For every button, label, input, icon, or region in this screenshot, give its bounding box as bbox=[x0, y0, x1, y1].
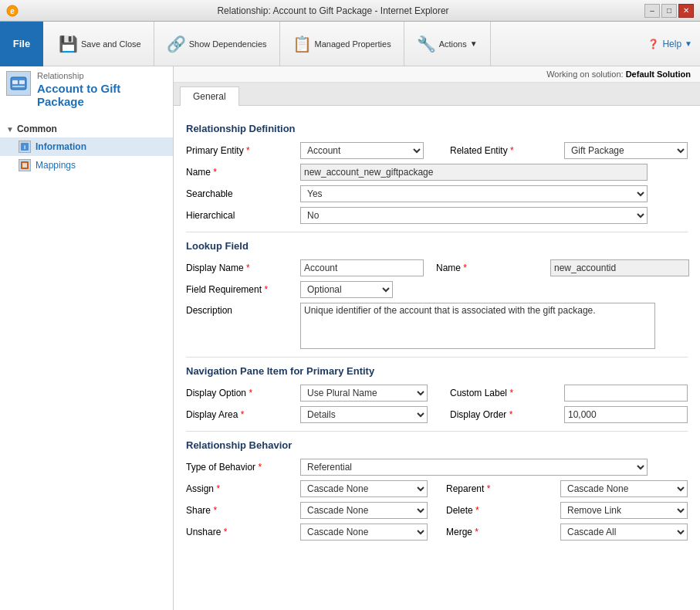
file-button[interactable]: File bbox=[0, 22, 43, 66]
assign-select[interactable]: Cascade None Cascade All Cascade Active … bbox=[300, 480, 428, 497]
reparent-label: Reparent * bbox=[446, 483, 554, 494]
information-icon: i bbox=[19, 141, 31, 153]
name-row: Name * bbox=[186, 164, 688, 181]
display-order-input[interactable] bbox=[564, 406, 688, 423]
unshare-label: Unshare * bbox=[186, 527, 294, 537]
share-delete-row: Share * Cascade None Cascade All Cascade… bbox=[186, 502, 688, 519]
share-label: Share * bbox=[186, 505, 294, 516]
save-close-button[interactable]: 💾 Save and Close bbox=[52, 23, 147, 65]
name-input[interactable] bbox=[300, 164, 648, 181]
nav-chevron-icon: ▼ bbox=[6, 125, 14, 134]
share-select[interactable]: Cascade None Cascade All Cascade Active … bbox=[300, 502, 428, 519]
main-area: Relationship Account to Gift Package ▼ C… bbox=[0, 66, 700, 610]
custom-label-field bbox=[564, 385, 688, 402]
help-icon: ❓ bbox=[648, 39, 659, 49]
breadcrumb-parent: Relationship bbox=[37, 71, 167, 80]
divider-2 bbox=[186, 357, 688, 358]
titlebar-controls: – □ ✕ bbox=[644, 4, 694, 18]
searchable-select[interactable]: Yes No bbox=[300, 185, 648, 202]
assign-required: * bbox=[216, 483, 220, 494]
divider-1 bbox=[186, 232, 688, 232]
solution-label: Working on solution: bbox=[546, 69, 623, 79]
actions-icon: 🔧 bbox=[417, 35, 436, 53]
type-of-behavior-select[interactable]: Referential Referential, Restrict Delete… bbox=[300, 459, 648, 476]
merge-required: * bbox=[475, 527, 479, 537]
svg-text:e: e bbox=[10, 7, 15, 15]
display-area-field: Details Marketing Sales Service bbox=[300, 406, 428, 423]
solution-bar: Working on solution: Default Solution bbox=[174, 66, 700, 83]
lookup-name-field bbox=[550, 259, 689, 276]
nav-section-header[interactable]: ▼ Common bbox=[0, 120, 173, 137]
assign-field: Cascade None Cascade All Cascade Active … bbox=[300, 480, 428, 497]
field-req-required: * bbox=[264, 284, 268, 295]
assign-reparent-row: Assign * Cascade None Cascade All Cascad… bbox=[186, 480, 688, 497]
save-close-label: Save and Close bbox=[81, 39, 141, 49]
nav-section-label: Common bbox=[17, 124, 57, 134]
lookup-field-header: Lookup Field bbox=[186, 240, 688, 253]
reparent-select[interactable]: Cascade None Cascade All Cascade Active … bbox=[560, 480, 688, 497]
field-requirement-label: Field Requirement * bbox=[186, 284, 294, 295]
minimize-button[interactable]: – bbox=[644, 4, 660, 18]
toolbar-deps-group: 🔗 Show Dependencies bbox=[154, 22, 280, 66]
nav-common-section: ▼ Common i Information Mappings bbox=[0, 120, 173, 175]
custom-label-required: * bbox=[509, 388, 513, 398]
toolbar-save-group: 💾 Save and Close bbox=[46, 22, 154, 66]
primary-entity-select[interactable]: Account bbox=[300, 142, 424, 159]
merge-label: Merge * bbox=[446, 527, 554, 537]
sidebar-item-mappings-label: Mappings bbox=[36, 160, 76, 171]
divider-3 bbox=[186, 431, 688, 432]
sidebar-item-information[interactable]: i Information bbox=[0, 137, 173, 156]
sidebar-item-mappings[interactable]: Mappings bbox=[0, 156, 173, 175]
display-name-required: * bbox=[246, 263, 250, 273]
toolbar-actions-group: 🔧 Actions ▼ bbox=[404, 22, 491, 66]
lookup-name-input[interactable] bbox=[550, 259, 689, 276]
display-option-select[interactable]: Use Plural Name Use Custom Label Do Not … bbox=[300, 385, 428, 402]
description-label: Description bbox=[186, 303, 294, 316]
field-requirement-field: Optional Required Recommended bbox=[300, 281, 393, 298]
delete-field: Remove Link Cascade None Cascade All bbox=[560, 502, 688, 519]
description-textarea[interactable]: Unique identifier of the account that is… bbox=[300, 303, 655, 349]
managed-props-icon: 📋 bbox=[293, 35, 312, 53]
display-option-row: Display Option * Use Plural Name Use Cus… bbox=[186, 385, 688, 402]
entity-text: Relationship Account to Gift Package bbox=[37, 71, 167, 108]
searchable-field: Yes No bbox=[300, 185, 648, 202]
lookup-name-required: * bbox=[463, 263, 467, 273]
unshare-select[interactable]: Cascade None Cascade All Cascade Active bbox=[300, 524, 428, 541]
maximize-button[interactable]: □ bbox=[661, 4, 677, 18]
display-order-field bbox=[564, 406, 688, 423]
managed-properties-button[interactable]: 📋 Managed Properties bbox=[286, 23, 397, 65]
lookup-display-name-row: Display Name * Name * bbox=[186, 259, 688, 276]
actions-button[interactable]: 🔧 Actions ▼ bbox=[411, 23, 484, 65]
managed-properties-label: Managed Properties bbox=[315, 39, 391, 49]
unshare-merge-row: Unshare * Cascade None Cascade All Casca… bbox=[186, 524, 688, 541]
save-icon: 💾 bbox=[59, 35, 78, 53]
tab-general[interactable]: General bbox=[180, 86, 239, 106]
hierarchical-select[interactable]: No Yes bbox=[300, 207, 648, 224]
reparent-field: Cascade None Cascade All Cascade Active … bbox=[560, 480, 688, 497]
type-of-behavior-row: Type of Behavior * Referential Referenti… bbox=[186, 459, 688, 476]
custom-label-input[interactable] bbox=[564, 385, 688, 402]
type-of-behavior-required: * bbox=[258, 462, 262, 473]
field-requirement-select[interactable]: Optional Required Recommended bbox=[300, 281, 393, 298]
description-row: Description Unique identifier of the acc… bbox=[186, 303, 688, 349]
display-order-label: Display Order * bbox=[450, 409, 558, 420]
sidebar-item-information-label: Information bbox=[36, 141, 86, 152]
titlebar-icon: e bbox=[6, 5, 22, 17]
merge-field: Cascade All Cascade None bbox=[560, 524, 688, 541]
type-of-behavior-label: Type of Behavior * bbox=[186, 462, 294, 473]
close-button[interactable]: ✕ bbox=[678, 4, 694, 18]
merge-select[interactable]: Cascade All Cascade None bbox=[560, 524, 688, 541]
display-option-label: Display Option * bbox=[186, 388, 294, 398]
delete-select[interactable]: Remove Link Cascade None Cascade All bbox=[560, 502, 688, 519]
display-area-label: Display Area * bbox=[186, 409, 294, 420]
relationship-definition-header: Relationship Definition bbox=[186, 123, 688, 136]
primary-entity-required: * bbox=[246, 145, 250, 156]
lookup-display-name-input[interactable] bbox=[300, 259, 424, 276]
show-dependencies-button[interactable]: 🔗 Show Dependencies bbox=[161, 23, 273, 65]
help-button[interactable]: ❓ Help ▼ bbox=[648, 39, 692, 49]
display-option-required: * bbox=[249, 388, 252, 398]
unshare-field: Cascade None Cascade All Cascade Active bbox=[300, 524, 428, 541]
reparent-required: * bbox=[487, 483, 491, 494]
display-area-select[interactable]: Details Marketing Sales Service bbox=[300, 406, 428, 423]
related-entity-select[interactable]: Gift Package bbox=[564, 142, 688, 159]
